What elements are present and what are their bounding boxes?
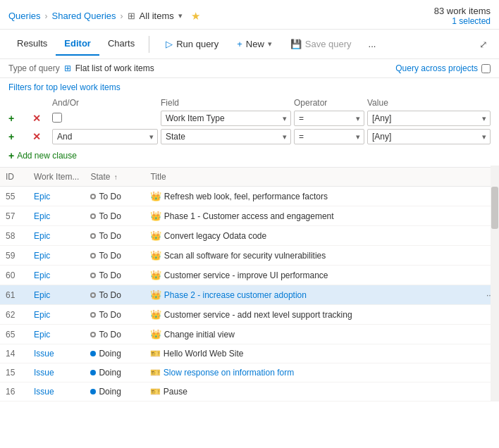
filter-col-andor: And/Or (52, 98, 158, 108)
breadcrumb-sep-2: › (121, 11, 123, 21)
breadcrumb: Queries › Shared Queries › ⊞ All items ▾… (0, 0, 499, 30)
results-table: ID Work Item... State ↑ Title 55 Epic To… (0, 167, 499, 402)
cell-workitem[interactable]: Issue (28, 382, 85, 402)
filter-row1-add[interactable]: + (8, 113, 30, 124)
scrollbar-thumb (491, 187, 498, 229)
cell-workitem[interactable]: Epic (28, 246, 85, 266)
query-across-projects[interactable]: Query across projects (395, 63, 491, 73)
filter-row2-add[interactable]: + (8, 131, 30, 142)
cell-title: 🎫 Pause (144, 382, 481, 402)
filter-col-operator: Operator (294, 98, 364, 108)
cell-title: 👑 Scan all software for security vulnera… (144, 246, 481, 266)
save-query-button[interactable]: 💾 Save query (283, 35, 359, 54)
state-dot (90, 389, 96, 394)
epic-icon: 👑 (150, 270, 161, 280)
toolbar-actions: ▷ Run query + New ▾ 💾 Save query ... (158, 35, 382, 54)
epic-icon: 👑 (150, 309, 161, 320)
table-row: 55 Epic To Do 👑 Refresh web look, feel, … (0, 187, 499, 206)
cell-title: 👑 Refresh web look, feel, performance fa… (144, 187, 481, 206)
cell-id: 62 (0, 305, 28, 325)
filter-row1-checkbox[interactable] (52, 113, 62, 123)
issue-icon: 🎫 (150, 349, 161, 359)
new-icon: + (237, 39, 242, 49)
run-query-icon: ▷ (166, 39, 173, 49)
cell-title[interactable]: 🎫 Slow response on information form (144, 363, 481, 382)
filter-row1-remove[interactable]: ✕ (32, 113, 49, 124)
work-items-count: 83 work items 1 selected (434, 6, 491, 26)
table-row: 62 Epic To Do 👑 Customer service - add n… (0, 305, 499, 325)
cell-workitem[interactable]: Epic (28, 325, 85, 344)
state-label: To Do (99, 192, 121, 201)
cell-id: 61 (0, 285, 28, 305)
breadcrumb-dropdown[interactable]: ▾ (178, 11, 183, 20)
state-dot (90, 312, 96, 318)
filter-row2-value-wrap: [Any] To Do Doing Done (367, 129, 491, 144)
table-icon: ⊞ (128, 11, 135, 21)
state-dot (90, 253, 96, 259)
epic-icon: 👑 (150, 191, 161, 201)
favorite-star[interactable]: ★ (191, 10, 200, 23)
filter-row2-andor-wrap: And Or (52, 129, 158, 144)
query-type: Type of query ⊞ Flat list of work items (8, 63, 154, 73)
filters-section: Filters for top level work items And/Or … (0, 78, 499, 166)
add-clause-row[interactable]: + Add new clause (8, 149, 491, 163)
filter-row2-value[interactable]: [Any] To Do Doing Done (367, 129, 491, 144)
state-label: To Do (99, 251, 121, 261)
expand-button[interactable]: ⤢ (476, 36, 491, 53)
cell-workitem[interactable]: Epic (28, 305, 85, 325)
cell-id: 16 (0, 382, 28, 402)
filter-row2-remove[interactable]: ✕ (32, 131, 49, 142)
cell-workitem[interactable]: Epic (28, 285, 85, 305)
cell-title[interactable]: 👑 Phase 2 - increase customer adoption (144, 285, 481, 305)
toolbar: Results Editor Charts ▷ Run query + New … (0, 30, 499, 59)
col-header-title[interactable]: Title (144, 168, 481, 187)
cell-id: 14 (0, 344, 28, 363)
tab-charts[interactable]: Charts (99, 32, 143, 56)
col-header-state[interactable]: State ↑ (85, 168, 144, 187)
breadcrumb-current: ⊞ All items ▾ ★ (128, 10, 200, 23)
run-query-label: Run query (176, 39, 218, 49)
breadcrumb-sep-1: › (45, 11, 48, 21)
cell-state: Doing (85, 382, 144, 402)
state-label: To Do (99, 231, 121, 241)
tab-results[interactable]: Results (8, 32, 56, 56)
cell-title: 👑 Change initial view (144, 325, 481, 344)
filter-row2-field-wrap: State Work Item Type Title ID (161, 129, 291, 144)
filters-label: Filters for top level work items (8, 82, 491, 92)
table-row: 57 Epic To Do 👑 Phase 1 - Customer acces… (0, 206, 499, 226)
filter-row1-field[interactable]: Work Item Type State Title ID (161, 111, 291, 126)
query-across-checkbox[interactable] (481, 64, 491, 73)
new-button[interactable]: + New ▾ (229, 35, 280, 54)
results-table-wrapper: ID Work Item... State ↑ Title 55 Epic To… (0, 166, 499, 402)
run-query-button[interactable]: ▷ Run query (158, 35, 226, 54)
breadcrumb-queries[interactable]: Queries (8, 11, 41, 21)
more-label: ... (369, 39, 376, 49)
filter-row1-value[interactable]: [Any] Epic Issue Task (367, 111, 491, 126)
new-label: New (246, 39, 264, 49)
breadcrumb-shared-queries[interactable]: Shared Queries (52, 11, 116, 21)
filter-row2-operator[interactable]: = ≠ Contains (294, 129, 364, 144)
filter-header: And/Or Field Operator Value (8, 97, 491, 109)
filter-col-field: Field (161, 98, 291, 108)
filter-col-value: Value (367, 98, 491, 108)
cell-workitem[interactable]: Issue (28, 363, 85, 382)
cell-workitem[interactable]: Issue (28, 344, 85, 363)
cell-workitem[interactable]: Epic (28, 187, 85, 206)
more-actions-button[interactable]: ... (362, 35, 383, 54)
filter-row2-field[interactable]: State Work Item Type Title ID (161, 129, 291, 144)
state-dot (90, 332, 96, 337)
cell-workitem[interactable]: Epic (28, 226, 85, 246)
scrollbar[interactable] (491, 166, 499, 402)
col-header-workitem[interactable]: Work Item... (28, 168, 85, 187)
state-label: To Do (99, 330, 121, 340)
cell-state: To Do (85, 226, 144, 246)
col-header-id[interactable]: ID (0, 168, 28, 187)
query-type-icon: ⊞ (64, 63, 71, 73)
cell-workitem[interactable]: Epic (28, 266, 85, 285)
table-row: 16 Issue Doing 🎫 Pause (0, 382, 499, 402)
filter-row1-operator[interactable]: = ≠ Contains (294, 111, 364, 126)
cell-workitem[interactable]: Epic (28, 206, 85, 226)
tab-editor[interactable]: Editor (56, 32, 99, 56)
cell-state: To Do (85, 246, 144, 266)
filter-row2-andor[interactable]: And Or (52, 129, 158, 144)
